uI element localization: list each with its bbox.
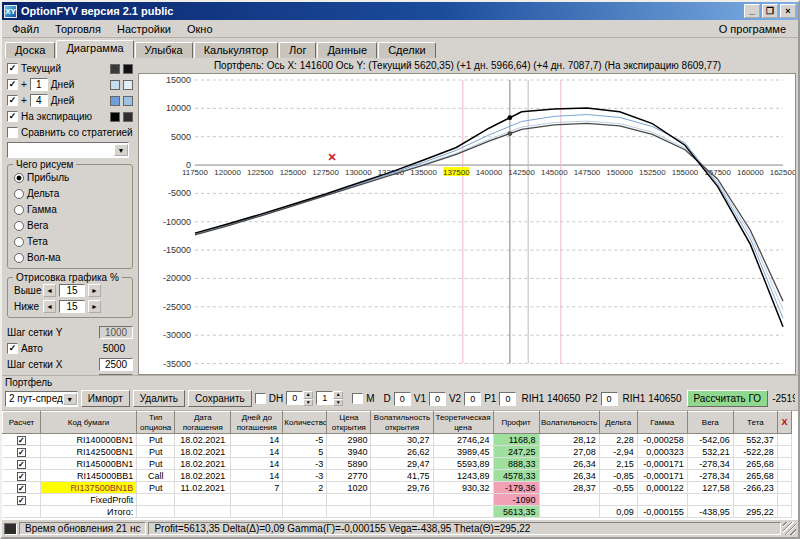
plus1-days-input[interactable] [30, 78, 48, 91]
row-calc-checkbox[interactable]: ✓ [17, 448, 26, 457]
tab-Улыбка[interactable]: Улыбка [135, 42, 193, 58]
col-header-1[interactable]: Код бумаги [41, 412, 137, 434]
m-checkbox[interactable] [352, 393, 363, 404]
dh-spinner-2-arrows[interactable]: ▲▼ [333, 391, 343, 406]
title-bar[interactable]: XY OptionFYV версия 2.1 public _ ❐ × [2, 2, 798, 20]
row-calc-checkbox[interactable]: ✓ [17, 436, 26, 445]
col-header-13[interactable]: Вега [687, 412, 733, 434]
plus4-color-swatch[interactable] [123, 96, 133, 106]
svg-text:10000: 10000 [166, 103, 191, 113]
menu-Торговля[interactable]: Торговля [47, 22, 109, 36]
d-input[interactable] [394, 392, 411, 406]
plus4-checkbox[interactable]: ✓ [7, 95, 18, 106]
expiration-checkbox[interactable]: ✓ [7, 111, 18, 122]
import-button[interactable]: Импорт [81, 390, 130, 407]
expiration-color-swatch[interactable] [123, 112, 133, 122]
above-increment-button[interactable]: ► [88, 284, 101, 297]
tab-Данные[interactable]: Данные [317, 42, 377, 58]
minimize-button[interactable]: _ [744, 4, 760, 18]
menu-about[interactable]: О программе [709, 22, 796, 36]
plus1-color-swatch[interactable] [123, 80, 133, 90]
col-header-0[interactable]: Расчет [3, 412, 41, 434]
col-header-4[interactable]: Дней до погашения [231, 412, 283, 434]
portfolio-select[interactable]: 2 пут-спред ▼ [5, 391, 78, 407]
cell-4: 14 [231, 458, 283, 470]
below-value-input[interactable] [59, 300, 85, 313]
plus1-checkbox[interactable]: ✓ [7, 79, 18, 90]
expiration-color-swatch[interactable] [110, 112, 120, 122]
current-color-swatch[interactable] [110, 64, 120, 74]
v1-input[interactable] [429, 392, 446, 406]
dh-spinner-1-arrows[interactable]: ▲▼ [303, 391, 313, 406]
row-calc-checkbox[interactable]: ✓ [17, 472, 26, 481]
row-calc-checkbox[interactable]: ✓ [17, 484, 26, 493]
plus4-color-swatch[interactable] [110, 96, 120, 106]
tab-Калькулятор[interactable]: Калькулятор [194, 42, 278, 58]
chevron-down-icon[interactable]: ▼ [63, 393, 77, 405]
calc-go-button[interactable]: Рассчитать ГО [687, 390, 769, 407]
radio-Дельта[interactable] [14, 189, 24, 199]
dh-spinner-2: ▲▼ [316, 391, 343, 406]
cell-8 [433, 494, 493, 506]
draw-group: Чего рисуем ПрибыльДельтаГаммаВегаТетаВо… [7, 164, 133, 269]
dh-checkbox[interactable] [255, 393, 266, 404]
col-header-6[interactable]: Цена открытия [327, 412, 371, 434]
pl-chart[interactable]: 150001000050000-5000-10000-15000-20000-2… [139, 74, 795, 374]
current-checkbox[interactable]: ✓ [7, 63, 18, 74]
cell-6: 2770 [327, 470, 371, 482]
dh-spinner-2-input[interactable] [316, 391, 333, 405]
row-calc-checkbox[interactable]: ✓ [17, 496, 26, 505]
sko-count-input[interactable] [99, 374, 133, 375]
plus4-days-input[interactable] [30, 94, 48, 107]
radio-Прибыль[interactable] [14, 173, 24, 183]
col-header-7[interactable]: Волатильность открытия [371, 412, 433, 434]
col-header-15[interactable]: X [777, 412, 791, 434]
save-button[interactable]: Сохранить [188, 390, 252, 407]
chart-area[interactable]: 150001000050000-5000-10000-15000-20000-2… [138, 73, 796, 375]
radio-Тета[interactable] [14, 237, 24, 247]
delete-button[interactable]: Удалить [133, 390, 185, 407]
tab-Лог[interactable]: Лог [279, 42, 316, 58]
col-header-3[interactable]: Дата погашения [175, 412, 231, 434]
maximize-button[interactable]: ❐ [762, 4, 778, 18]
menu-Окно[interactable]: Окно [179, 22, 221, 36]
step-x-input[interactable] [99, 358, 133, 371]
col-header-8[interactable]: Теоретическая цена [433, 412, 493, 434]
radio-Вол-ма[interactable] [14, 253, 24, 263]
v2-input[interactable] [464, 392, 481, 406]
above-decrement-button[interactable]: ◄ [43, 284, 56, 297]
col-header-5[interactable]: Количество [283, 412, 327, 434]
p2-ticker[interactable]: RIH1 140650 [621, 393, 684, 404]
plus1-color-swatch[interactable] [110, 80, 120, 90]
row-calc-checkbox[interactable]: ✓ [17, 460, 26, 469]
radio-Вега[interactable] [14, 221, 24, 231]
p2-input[interactable] [601, 392, 618, 406]
col-header-10[interactable]: Волатильность [539, 412, 599, 434]
compare-strategy-checkbox[interactable] [7, 127, 18, 138]
below-increment-button[interactable]: ► [88, 300, 101, 313]
chevron-down-icon[interactable]: ▼ [114, 144, 128, 156]
auto-grid-checkbox[interactable]: ✓ [7, 343, 18, 354]
tab-Доска[interactable]: Доска [5, 42, 55, 58]
tab-Сделки[interactable]: Сделки [378, 42, 436, 58]
col-header-12[interactable]: Гамма [637, 412, 687, 434]
current-color-swatch[interactable] [123, 64, 133, 74]
below-decrement-button[interactable]: ◄ [43, 300, 56, 313]
menu-Настройки[interactable]: Настройки [109, 22, 179, 36]
p1-ticker[interactable]: RIH1 140650 [519, 393, 582, 404]
p1-input[interactable] [499, 392, 516, 406]
dh-spinner-1-input[interactable] [286, 391, 303, 405]
radio-Гамма[interactable] [14, 205, 24, 215]
cell-11: -2,94 [599, 446, 637, 458]
menu-Файл[interactable]: Файл [4, 22, 47, 36]
resize-grip[interactable] [783, 522, 796, 535]
col-header-11[interactable]: Дельта [599, 412, 637, 434]
col-header-2[interactable]: Тип опциона [137, 412, 175, 434]
plus4-days-label: Дней [51, 95, 74, 106]
col-header-9[interactable]: Профит [493, 412, 539, 434]
tab-Диаграмма[interactable]: Диаграмма [56, 40, 133, 58]
col-header-14[interactable]: Тета [733, 412, 777, 434]
close-button[interactable]: × [780, 4, 796, 18]
above-value-input[interactable] [59, 284, 85, 297]
strategy-select[interactable]: ▼ [7, 142, 129, 158]
